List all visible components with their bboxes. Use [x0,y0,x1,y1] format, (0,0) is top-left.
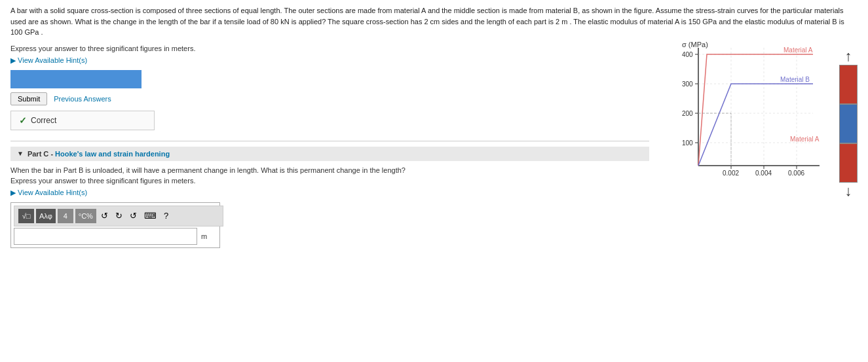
part-c-header: ▼ Part C - Hooke's law and strain harden… [10,147,649,161]
material-a-label2-chart: Material A [790,136,820,143]
part-c-title: Part C - Hooke's law and strain hardenin… [28,150,170,158]
part-c-hint-link[interactable]: View Available Hint(s) [10,189,649,197]
answer-input-filled[interactable] [10,70,142,88]
svg-text:400: 400 [682,51,693,58]
bar-section-a-bottom [839,143,858,183]
svg-text:0.006: 0.006 [788,170,804,177]
unit-label: m [201,232,207,240]
toolbar-unit-btn[interactable]: °C% [75,209,96,223]
part-c-express-label: Express your answer to three significant… [10,177,649,185]
svg-text:300: 300 [682,81,693,88]
previous-answers-link[interactable]: Previous Answers [54,95,111,103]
hint-link[interactable]: View Available Hint(s) [10,56,649,65]
correct-label: Correct [31,116,56,125]
problem-text: A bar with a solid square cross-section … [10,5,849,38]
part-c-question: When the bar in Part B is unloaded, it w… [10,166,649,174]
svg-text:0.002: 0.002 [723,170,739,177]
toolbar-alpha-btn[interactable]: Aλφ [36,209,56,223]
content-area: Express your answer to three significant… [10,45,858,248]
toolbar-redo-btn[interactable]: ↻ [113,209,125,223]
material-a-label-chart: Material A [783,46,813,54]
material-b-label-chart: Material B [780,76,810,83]
toolbar-question-btn[interactable]: ? [161,209,171,223]
arrow-down: ↓ [845,183,852,200]
part-c-arrow[interactable]: ▼ [17,150,24,157]
toolbar-keyboard-btn[interactable]: ⌨ [142,209,159,223]
chart-panel: σ (MPa) 400 300 200 100 [662,38,858,200]
answer-row: m [14,228,217,245]
svg-text:200: 200 [682,110,693,117]
left-panel: Express your answer to three significant… [10,45,662,248]
y-axis-label: σ (MPa) [682,41,708,48]
arrow-up: ↑ [845,48,852,65]
svg-text:100: 100 [682,139,693,147]
toolbar-undo-btn[interactable]: ↺ [98,209,111,223]
submit-button[interactable]: Submit [10,92,47,105]
toolbar: √□ Aλφ 4 °C% ↺ ↻ ↺ ⌨ ? [14,206,223,226]
part-c-subtitle: Hooke's law and strain hardening [55,150,170,158]
bar-diagram: ↑ ↓ [839,48,858,200]
page-container: A bar with a solid square cross-section … [0,0,868,253]
divider [10,141,649,141]
correct-box: ✓ Correct [10,111,155,130]
btn-row: Submit Previous Answers [10,92,649,105]
express-label: Express your answer to three significant… [10,45,649,52]
svg-text:0.004: 0.004 [755,170,772,177]
bar-section-a-top [839,65,858,104]
toolbar-sqrt-btn[interactable]: √□ [18,209,34,223]
stress-strain-chart: σ (MPa) 400 300 200 100 [662,38,833,195]
toolbar-num-btn[interactable]: 4 [58,209,73,223]
toolbar-refresh-btn[interactable]: ↺ [127,209,140,223]
bar-section-b [839,104,858,143]
correct-checkmark: ✓ [19,115,27,126]
answer-wrapper: √□ Aλφ 4 °C% ↺ ↻ ↺ ⌨ ? m [10,202,220,248]
part-c-answer-input[interactable] [14,228,197,245]
